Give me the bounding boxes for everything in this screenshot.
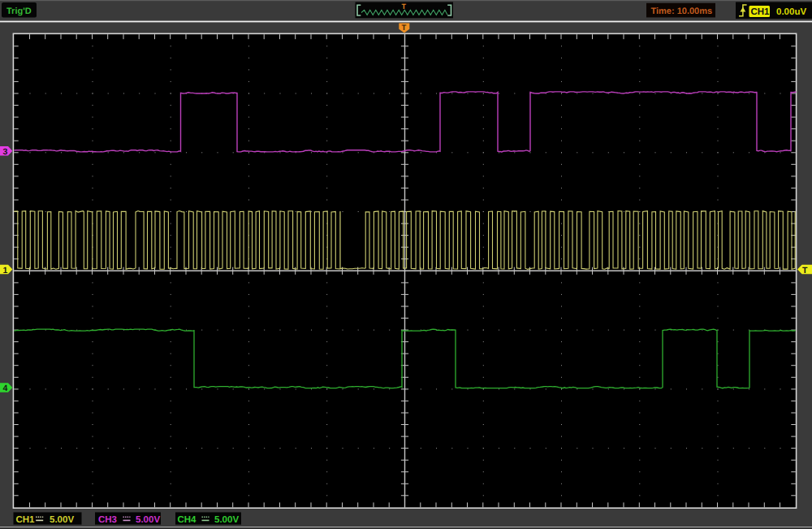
svg-text:4: 4 (3, 384, 8, 393)
svg-text:T: T (402, 24, 407, 33)
svg-text:Trig'D: Trig'D (6, 7, 32, 16)
svg-text:Time: 10.00ms: Time: 10.00ms (651, 7, 713, 16)
svg-text:1: 1 (3, 266, 8, 275)
svg-text:3: 3 (3, 147, 8, 157)
svg-text:5.00V: 5.00V (214, 515, 239, 525)
svg-text:5.00V: 5.00V (50, 515, 74, 525)
svg-text:5.00V: 5.00V (136, 515, 160, 525)
svg-text:CH3: CH3 (98, 515, 117, 525)
svg-text:T: T (802, 266, 808, 275)
svg-text:0.00uV: 0.00uV (776, 7, 806, 17)
svg-text:CH1: CH1 (751, 7, 771, 17)
svg-text:CH1: CH1 (16, 515, 36, 525)
svg-text:CH4: CH4 (178, 515, 197, 525)
svg-text:T: T (402, 2, 407, 11)
